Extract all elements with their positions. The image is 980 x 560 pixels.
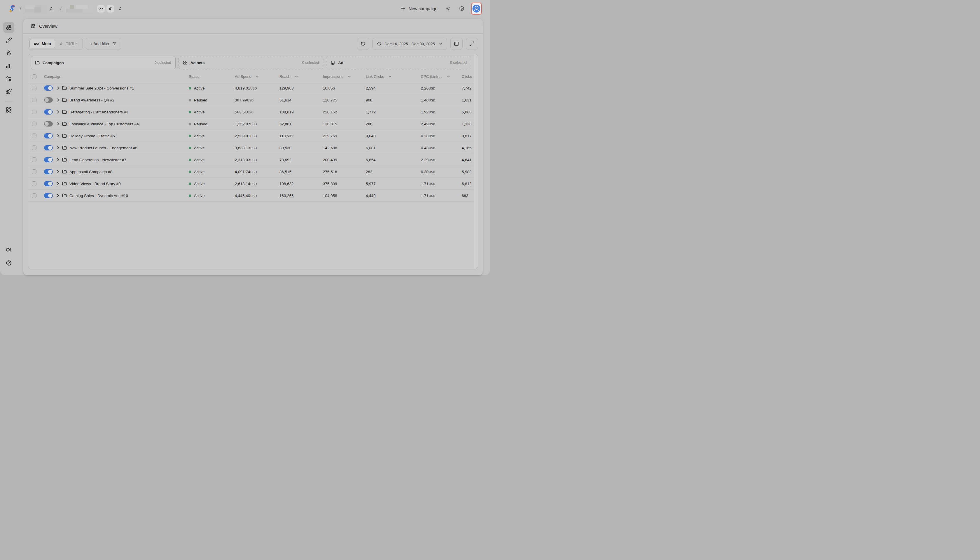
chevron-right-icon[interactable] — [56, 170, 60, 174]
sidebar-item-capsule-rocket[interactable] — [3, 48, 14, 58]
sidebar-item-binoculars[interactable] — [3, 22, 14, 33]
chevron-sort-icon[interactable] — [255, 75, 259, 78]
chevron-sort-icon[interactable] — [447, 75, 450, 78]
platform-tab-tiktok[interactable]: TikTok — [55, 39, 81, 48]
chevron-right-icon[interactable] — [56, 98, 60, 102]
table-row[interactable]: App Install Campaign #8 Active 4,091.74U… — [28, 166, 473, 178]
table-row[interactable]: Lookalike Audience - Top Customers #4 Pa… — [28, 118, 473, 130]
column-header[interactable]: Impressions — [323, 74, 366, 79]
new-campaign-button[interactable]: New campaign — [401, 6, 437, 11]
sidebar-item-sliders[interactable] — [3, 73, 14, 84]
clicks-all-value: 7,742 — [462, 86, 473, 90]
row-checkbox[interactable] — [32, 110, 37, 114]
chevron-right-icon[interactable] — [56, 86, 60, 90]
table-row[interactable]: Summer Sale 2024 - Conversions #1 Active… — [28, 82, 473, 94]
cpc-value: 1.92 — [421, 110, 429, 114]
campaign-toggle[interactable] — [44, 157, 53, 162]
campaign-name[interactable]: Holiday Promo - Traffic #5 — [69, 134, 115, 138]
table-scrollbar-track[interactable] — [474, 54, 478, 269]
platform-switcher-icon[interactable] — [118, 7, 122, 11]
sidebar-item-rocket[interactable] — [3, 86, 14, 97]
column-header[interactable]: Ad Spend — [235, 74, 279, 79]
chevron-sort-icon[interactable] — [388, 75, 392, 78]
ad-spend-value: 1,252.07 — [235, 122, 250, 126]
chevron-right-icon[interactable] — [56, 134, 60, 138]
chevron-right-icon[interactable] — [56, 146, 60, 150]
campaign-toggle[interactable] — [44, 133, 53, 138]
sidebar-item-help-circle[interactable] — [3, 257, 14, 268]
campaign-toggle[interactable] — [44, 97, 53, 103]
chevron-right-icon[interactable] — [56, 182, 60, 186]
theme-toggle-sun-icon[interactable] — [446, 6, 451, 12]
sidebar-item-chat-bubbles[interactable] — [3, 245, 14, 256]
currency-label: USD — [429, 158, 435, 162]
campaign-name[interactable]: Brand Awareness - Q4 #2 — [69, 98, 114, 102]
workspace-name-redacted[interactable] — [25, 5, 47, 13]
reach-value: 113,532 — [279, 134, 323, 138]
workspace-switcher-icon[interactable] — [49, 7, 53, 11]
sidebar-item-paintbrush[interactable] — [3, 35, 14, 46]
currency-label: USD — [250, 87, 257, 90]
chevron-right-icon[interactable] — [56, 122, 60, 126]
campaign-name[interactable]: Summer Sale 2024 - Conversions #1 — [69, 86, 134, 90]
status-dot — [189, 111, 191, 113]
table-row[interactable]: Holiday Promo - Traffic #5 Active 2,539.… — [28, 130, 473, 142]
row-checkbox[interactable] — [32, 145, 37, 150]
platform-tab-meta[interactable]: Meta — [30, 39, 55, 48]
clicks-all-value: 4,641 — [462, 158, 473, 162]
table-row[interactable]: Brand Awareness - Q4 #2 Paused 307.99USD… — [28, 94, 473, 106]
row-checkbox[interactable] — [32, 169, 37, 174]
user-avatar-highlight[interactable] — [471, 3, 482, 15]
campaign-toggle[interactable] — [44, 85, 53, 91]
row-checkbox[interactable] — [32, 133, 37, 138]
campaign-name[interactable]: New Product Launch - Engagement #6 — [69, 146, 137, 150]
chevron-right-icon[interactable] — [56, 110, 60, 114]
table-row[interactable]: Lead Generation - Newsletter #7 Active 2… — [28, 154, 473, 166]
select-all-checkbox[interactable] — [32, 74, 37, 79]
level-tab-campaigns[interactable]: Campaigns0 selected — [31, 56, 175, 69]
campaign-toggle[interactable] — [44, 193, 53, 198]
column-header[interactable]: Reach — [279, 74, 323, 79]
table-row[interactable]: Retargeting - Cart Abandoners #3 Active … — [28, 106, 473, 118]
account-name-redacted[interactable] — [65, 5, 93, 13]
user-avatar-icon[interactable] — [472, 5, 480, 13]
campaign-toggle[interactable] — [44, 109, 53, 115]
column-header[interactable]: CPC (Link ... — [421, 74, 462, 79]
fullscreen-button[interactable] — [466, 38, 478, 50]
add-filter-button[interactable]: + Add filter — [86, 38, 122, 50]
column-header[interactable]: Link Clicks — [366, 74, 421, 79]
chevron-right-icon[interactable] — [56, 193, 60, 198]
row-checkbox[interactable] — [32, 98, 37, 102]
row-checkbox[interactable] — [32, 122, 37, 126]
campaign-name[interactable]: Retargeting - Cart Abandoners #3 — [69, 110, 129, 114]
sidebar-item-atom[interactable] — [3, 104, 14, 115]
campaign-toggle[interactable] — [44, 181, 53, 186]
columns-button[interactable] — [450, 38, 462, 50]
level-tab-ad-sets[interactable]: Ad sets0 selected — [179, 56, 324, 69]
level-tab-ad[interactable]: Ad0 selected — [326, 56, 471, 69]
row-checkbox[interactable] — [32, 193, 37, 198]
campaign-name[interactable]: Lead Generation - Newsletter #7 — [69, 158, 126, 162]
ad-spend-value: 2,618.14 — [235, 182, 250, 186]
currency-label: USD — [250, 135, 257, 138]
table-row[interactable]: Video Views - Brand Story #9 Active 2,61… — [28, 178, 473, 190]
row-checkbox[interactable] — [32, 86, 37, 90]
row-checkbox[interactable] — [32, 181, 37, 186]
refresh-button[interactable] — [357, 38, 369, 50]
campaign-name[interactable]: Video Views - Brand Story #9 — [69, 182, 121, 186]
campaign-toggle[interactable] — [44, 121, 53, 127]
table-row[interactable]: New Product Launch - Engagement #6 Activ… — [28, 142, 473, 154]
chevron-sort-icon[interactable] — [347, 75, 351, 78]
chevron-right-icon[interactable] — [56, 158, 60, 162]
campaign-name[interactable]: Catalog Sales - Dynamic Ads #10 — [69, 193, 128, 198]
row-checkbox[interactable] — [32, 157, 37, 162]
campaign-toggle[interactable] — [44, 145, 53, 150]
settings-gear-icon[interactable] — [459, 6, 465, 12]
chevron-sort-icon[interactable] — [295, 75, 298, 78]
sidebar-item-bar-chart[interactable] — [3, 60, 14, 72]
campaign-toggle[interactable] — [44, 169, 53, 174]
campaign-name[interactable]: Lookalike Audience - Top Customers #4 — [69, 122, 139, 126]
table-row[interactable]: Catalog Sales - Dynamic Ads #10 Active 4… — [28, 190, 473, 202]
date-range-picker[interactable]: Dec 16, 2025 - Dec 30, 2025 — [372, 38, 447, 50]
campaign-name[interactable]: App Install Campaign #8 — [69, 170, 112, 174]
